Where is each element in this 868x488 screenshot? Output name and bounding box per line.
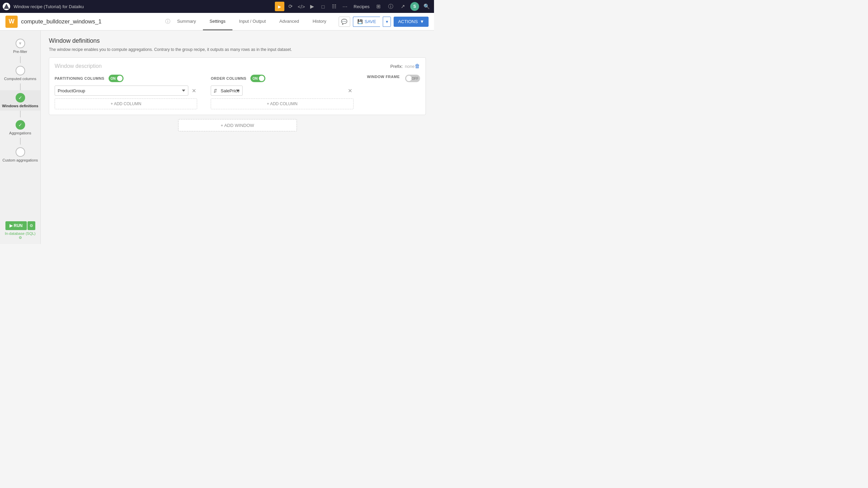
- toggle-dot: [117, 76, 122, 81]
- section-desc: The window recipe enables you to compute…: [49, 47, 426, 52]
- sidebar-item-pre-filter[interactable]: ▼ Pre-filter: [0, 36, 40, 56]
- avatar[interactable]: S: [410, 2, 419, 11]
- sidebar-bottom: ▶ RUN ⚙ In-database (SQL) ⚙: [0, 217, 40, 244]
- sidebar: ▼ Pre-filter Computed columns ✓ Windows …: [0, 31, 41, 244]
- toggle-on-label: ON: [111, 77, 116, 80]
- columns-row: PARTITIONING COLUMNS ON ProductGroup ✕: [55, 75, 420, 109]
- windows-definitions-circle: ✓: [16, 93, 25, 102]
- tab-input-output[interactable]: Input / Output: [232, 13, 273, 30]
- tab-history[interactable]: History: [306, 13, 333, 30]
- window-card: Window description Prefix: none 🗑 PARTIT…: [49, 57, 426, 115]
- more-icon[interactable]: ⋯: [340, 2, 350, 11]
- headerbar: W compute_bulldozer_windows_1 ⓘ Summary …: [0, 13, 434, 31]
- window-card-header: Window description Prefix: none 🗑: [55, 63, 420, 69]
- add-order-column-button[interactable]: + ADD COLUMN: [211, 98, 353, 109]
- code-icon[interactable]: </>: [297, 2, 306, 11]
- run-icon[interactable]: ▶: [307, 2, 317, 11]
- info-icon[interactable]: ⓘ: [165, 18, 170, 25]
- order-select-wrapper: ⇵ SalePrice: [211, 86, 344, 96]
- comment-button[interactable]: 💬: [339, 17, 350, 27]
- sidebar-item-aggregations[interactable]: ✓ Aggregations: [0, 117, 40, 138]
- pre-filter-circle: ▼: [16, 39, 25, 48]
- window-frame-title: WINDOW FRAME: [367, 75, 400, 79]
- help-icon[interactable]: ⓘ: [386, 2, 395, 11]
- dataiku-logo: [3, 3, 10, 10]
- run-buttons-group: ▶ RUN ⚙: [3, 221, 38, 230]
- actions-chevron-icon: ▼: [420, 19, 424, 24]
- sidebar-item-label: Custom aggregations: [2, 158, 38, 162]
- toggle-dot: [259, 76, 264, 81]
- delete-window-icon[interactable]: 🗑: [415, 63, 420, 69]
- window-frame-section: WINDOW FRAME OFF: [367, 75, 420, 82]
- analytics-icon[interactable]: ↗: [398, 2, 408, 11]
- recipe-type-icon: W: [5, 16, 18, 28]
- content: Window definitions The window recipe ena…: [41, 31, 434, 244]
- order-columns-section: ORDER COLUMNS ON ⇵ SalePrice: [211, 75, 353, 109]
- tab-advanced[interactable]: Advanced: [272, 13, 306, 30]
- order-column-row: ⇵ SalePrice ✕: [211, 86, 353, 96]
- section-title: Window definitions: [49, 37, 426, 44]
- connector: [20, 56, 21, 63]
- recipe-name: compute_bulldozer_windows_1: [21, 18, 163, 25]
- partitioning-title: PARTITIONING COLUMNS: [55, 76, 105, 80]
- settings-icon[interactable]: ⚙: [19, 236, 22, 240]
- toggle-on-label: ON: [252, 77, 258, 80]
- search-icon[interactable]: 🔍: [422, 2, 431, 11]
- order-title: ORDER COLUMNS: [211, 76, 246, 80]
- partitioning-column-select[interactable]: ProductGroup: [55, 86, 188, 96]
- tab-settings[interactable]: Settings: [203, 13, 232, 30]
- sidebar-item-label: Computed columns: [4, 77, 36, 81]
- connector: [20, 138, 21, 145]
- sidebar-item-computed-columns[interactable]: Computed columns: [0, 63, 40, 83]
- add-window-button[interactable]: + ADD WINDOW: [178, 119, 297, 131]
- save-dropdown-button[interactable]: ▼: [383, 17, 391, 27]
- prefix-value: none: [405, 64, 415, 69]
- connector: [20, 83, 21, 90]
- flow-icon[interactable]: ►: [275, 2, 284, 11]
- toggle-off-label: OFF: [412, 77, 418, 80]
- tab-summary[interactable]: Summary: [170, 13, 203, 30]
- run-settings-button[interactable]: ⚙: [27, 221, 35, 230]
- custom-aggregations-circle: [16, 147, 25, 157]
- in-database-label: In-database (SQL) ⚙: [3, 231, 38, 240]
- refresh-icon[interactable]: ⟳: [286, 2, 295, 11]
- deploy-icon[interactable]: □: [318, 2, 328, 11]
- header-tabs: Summary Settings Input / Output Advanced…: [170, 13, 333, 30]
- save-icon: 💾: [357, 19, 363, 24]
- sidebar-item-custom-aggregations[interactable]: Custom aggregations: [0, 145, 40, 165]
- connector: [20, 111, 21, 117]
- sidebar-item-windows-definitions[interactable]: ✓ Windows definitions: [0, 90, 40, 111]
- partitioning-header: PARTITIONING COLUMNS ON: [55, 75, 197, 82]
- order-toggle[interactable]: ON: [250, 75, 265, 82]
- remove-order-column-button[interactable]: ✕: [347, 87, 354, 94]
- app-title: Window recipe (Tutorial) for Dataiku: [14, 4, 273, 9]
- topbar: Window recipe (Tutorial) for Dataiku ► ⟳…: [0, 0, 434, 13]
- run-button[interactable]: ▶ RUN: [5, 221, 27, 230]
- aggregations-circle: ✓: [16, 120, 25, 130]
- partitioning-columns-section: PARTITIONING COLUMNS ON ProductGroup ✕: [55, 75, 197, 109]
- actions-button[interactable]: ACTIONS ▼: [394, 17, 429, 27]
- sidebar-item-label: Aggregations: [9, 131, 31, 135]
- grid-icon[interactable]: ☷: [329, 2, 339, 11]
- partitioning-toggle[interactable]: ON: [109, 75, 124, 82]
- header-actions: 💬 💾 SAVE ▼ ACTIONS ▼: [339, 17, 429, 27]
- recipes-label[interactable]: Recipes: [354, 4, 370, 9]
- window-frame-toggle[interactable]: OFF: [405, 75, 420, 82]
- computed-columns-circle: [16, 66, 25, 75]
- sidebar-item-label: Pre-filter: [13, 50, 27, 54]
- add-partitioning-column-button[interactable]: + ADD COLUMN: [55, 98, 197, 109]
- sidebar-item-label: Windows definitions: [2, 104, 38, 108]
- save-button[interactable]: 💾 SAVE: [353, 17, 380, 27]
- prefix-label: Prefix:: [390, 64, 403, 69]
- remove-partitioning-column-button[interactable]: ✕: [190, 87, 197, 94]
- order-column-select[interactable]: SalePrice: [211, 86, 243, 96]
- apps-icon[interactable]: ⊞: [374, 2, 383, 11]
- toggle-dot: [406, 76, 412, 81]
- main-layout: ▼ Pre-filter Computed columns ✓ Windows …: [0, 31, 434, 244]
- partitioning-column-row: ProductGroup ✕: [55, 86, 197, 96]
- window-description[interactable]: Window description: [55, 63, 390, 69]
- order-header: ORDER COLUMNS ON: [211, 75, 353, 82]
- run-play-icon: ▶: [10, 223, 13, 228]
